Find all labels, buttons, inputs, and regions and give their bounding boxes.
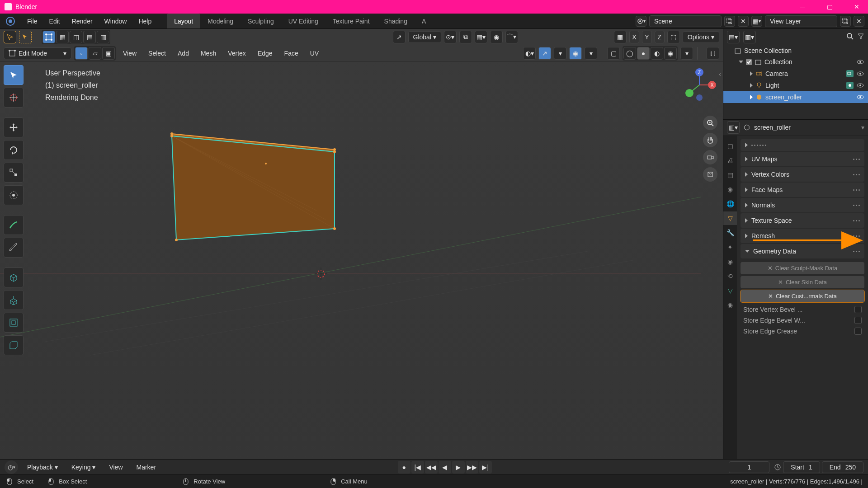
tab-uv-editing[interactable]: UV Editing: [281, 14, 326, 28]
section-uv-maps[interactable]: UV Maps: [741, 152, 864, 166]
section-texture-space[interactable]: Texture Space: [741, 213, 864, 228]
current-frame-field[interactable]: 1: [729, 461, 769, 473]
tool-move[interactable]: [4, 117, 24, 137]
menu-edit[interactable]: Edit: [47, 15, 62, 28]
jump-start-button[interactable]: |◀: [411, 461, 424, 474]
tool-rotate[interactable]: [4, 140, 24, 160]
outliner-scene-collection[interactable]: Scene Collection: [723, 45, 868, 56]
blender-logo[interactable]: [4, 14, 17, 28]
section-normals[interactable]: Normals: [741, 198, 864, 212]
menu-mesh[interactable]: Mesh: [196, 48, 221, 59]
prop-tab-constraints[interactable]: ⟲: [723, 269, 737, 283]
snap-target-dropdown[interactable]: ▦▾: [475, 31, 487, 43]
clear-custom-normals-button[interactable]: ✕Clear Cust...rmals Data: [741, 290, 864, 302]
store-edge-crease-row[interactable]: Store Edge Crease: [741, 326, 864, 337]
store-vertex-bevel-row[interactable]: Store Vertex Bevel ...: [741, 304, 864, 315]
prop-tab-output[interactable]: 🖨: [723, 154, 737, 167]
camera-view-button[interactable]: [703, 150, 717, 164]
shading-lookdev[interactable]: ◐: [651, 47, 663, 60]
tool-extrude[interactable]: [4, 290, 24, 310]
pan-button[interactable]: [703, 133, 717, 147]
delete-view-layer-button[interactable]: ✕: [854, 16, 864, 27]
automerge-toggle[interactable]: ⬚: [667, 31, 680, 43]
tab-modeling[interactable]: Modeling: [200, 14, 241, 28]
jump-end-button[interactable]: ▶|: [479, 461, 492, 474]
mirror-z[interactable]: Z: [655, 31, 665, 43]
tool-select-box[interactable]: [4, 65, 24, 85]
visibility-icon[interactable]: [856, 93, 864, 101]
tool-inset[interactable]: [4, 313, 24, 333]
cursor-tool-icon[interactable]: [4, 31, 16, 43]
menu-help[interactable]: Help: [137, 15, 153, 28]
timeline-keying[interactable]: Keying ▾: [67, 462, 100, 473]
keyframe-next-button[interactable]: ▶▶: [466, 461, 478, 474]
menu-add[interactable]: Add: [173, 48, 193, 59]
tool-transform[interactable]: [4, 185, 24, 205]
tool-annotate[interactable]: [4, 215, 24, 235]
timeline-marker[interactable]: Marker: [132, 462, 161, 473]
tool-measure[interactable]: [4, 238, 24, 258]
tab-layout[interactable]: Layout: [167, 14, 200, 28]
timeline-playback[interactable]: Playback ▾: [23, 462, 62, 473]
reveal-sidebar-button[interactable]: ‹: [719, 70, 721, 78]
mirror-toggle[interactable]: ▦: [614, 31, 627, 43]
proportional-edit-toggle[interactable]: ◉: [490, 31, 503, 43]
select-mode-extend2[interactable]: ▥: [97, 31, 109, 43]
show-overlays-toggle[interactable]: ◉: [569, 47, 582, 60]
outliner-collection[interactable]: Collection: [723, 56, 868, 68]
prop-tab-mesh[interactable]: ▽: [723, 284, 737, 297]
tool-cursor[interactable]: [4, 88, 24, 108]
view-layer-field[interactable]: View Layer: [765, 15, 837, 27]
visibility-icon[interactable]: [856, 70, 864, 78]
outliner-camera[interactable]: Camera: [723, 68, 868, 80]
select-mode-vertex[interactable]: [42, 31, 55, 43]
section-vertex-colors[interactable]: Vertex Colors: [741, 167, 864, 182]
menu-window[interactable]: Window: [103, 15, 129, 28]
clear-sculpt-mask-button[interactable]: ✕Clear Sculpt-Mask Data: [741, 262, 864, 274]
keyframe-prev-button[interactable]: ◀◀: [425, 461, 438, 474]
mode-dropdown[interactable]: Edit Mode ▾: [4, 47, 71, 59]
play-reverse-button[interactable]: ◀: [439, 461, 451, 474]
outliner-view-mode[interactable]: ▥▾: [743, 31, 756, 43]
tool-add-cube[interactable]: [4, 267, 24, 287]
select-mode-face-2[interactable]: ▣: [102, 47, 115, 60]
menu-vertex[interactable]: Vertex: [223, 48, 250, 59]
delete-scene-button[interactable]: ✕: [738, 16, 749, 27]
pivot-dropdown[interactable]: ⊙▾: [444, 31, 457, 43]
tab-animation[interactable]: A: [415, 14, 433, 28]
prop-tab-render[interactable]: ▢: [723, 139, 737, 153]
select-mode-edge-2[interactable]: ▱: [89, 47, 101, 60]
transform-orient-icon[interactable]: ↗: [393, 31, 406, 43]
snap-toggle[interactable]: ⧉: [459, 31, 472, 43]
close-button[interactable]: ✕: [850, 0, 863, 14]
prop-tab-viewlayer[interactable]: ▤: [723, 168, 737, 182]
outliner-display-mode[interactable]: ▤▾: [727, 31, 740, 43]
tool-scale[interactable]: [4, 163, 24, 183]
mirror-x[interactable]: X: [629, 31, 639, 43]
shading-dropdown[interactable]: ▾: [680, 47, 693, 60]
tab-texture-paint[interactable]: Texture Paint: [326, 14, 377, 28]
select-mode-face[interactable]: ◫: [70, 31, 82, 43]
properties-editor-type[interactable]: ▥▾: [727, 121, 740, 134]
tool-bevel[interactable]: [4, 335, 24, 355]
options-dropdown[interactable]: Options ▾: [683, 31, 719, 43]
tab-sculpting[interactable]: Sculpting: [241, 14, 281, 28]
browse-view-layer-button[interactable]: ▦▾: [751, 16, 762, 27]
visibility-icon[interactable]: [856, 81, 864, 89]
minimize-button[interactable]: ─: [796, 0, 809, 14]
start-frame-field[interactable]: Start1: [783, 461, 820, 473]
menu-uv[interactable]: UV: [306, 48, 323, 59]
outliner-filter[interactable]: [857, 33, 864, 41]
end-frame-field[interactable]: End250: [822, 461, 863, 473]
zoom-button[interactable]: [703, 116, 717, 130]
overlays-dropdown[interactable]: ▾: [585, 47, 597, 60]
play-button[interactable]: ▶: [452, 461, 465, 474]
outliner-light[interactable]: Light: [723, 80, 868, 91]
navigation-gizmo[interactable]: X Z: [681, 67, 717, 103]
menu-render[interactable]: Render: [70, 15, 94, 28]
shading-rendered[interactable]: ◉: [664, 47, 677, 60]
perspective-toggle-button[interactable]: [703, 167, 717, 182]
section-remesh[interactable]: Remesh: [741, 229, 864, 243]
new-view-layer-button[interactable]: ⿻: [840, 16, 851, 27]
new-scene-button[interactable]: ⿻: [724, 16, 735, 27]
